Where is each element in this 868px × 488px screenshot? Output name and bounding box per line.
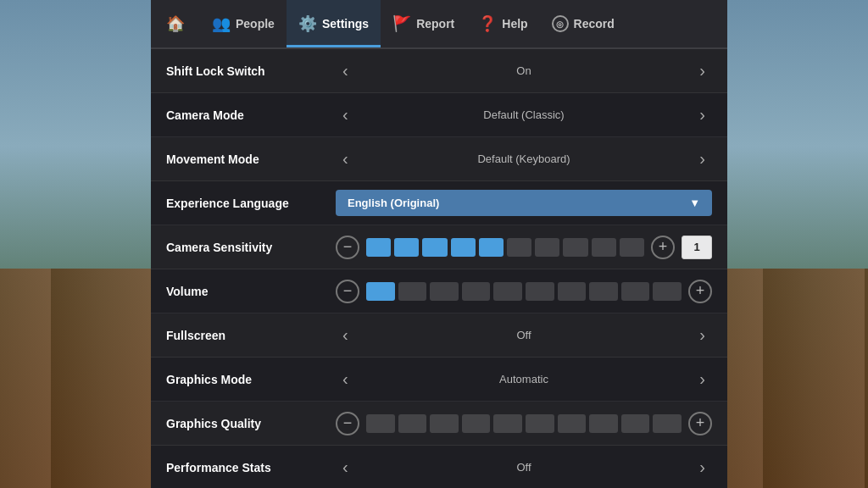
segment-6 [558,414,587,433]
arrow-left-shift-lock-switch[interactable]: ‹ [336,58,355,84]
segment-9 [620,238,644,257]
setting-control-graphics-mode: ‹Automatic› [336,366,712,392]
setting-control-movement-mode: ‹Default (Keyboard)› [336,146,712,172]
segment-0 [366,282,395,301]
tab-people[interactable]: 👥 People [200,0,287,47]
slider-control-volume: −+ [336,280,712,303]
tab-report[interactable]: 🚩 Report [381,0,466,47]
slider-segments-graphics-quality[interactable] [366,414,682,433]
arrow-right-fullscreen[interactable]: › [693,322,712,348]
segment-7 [563,238,587,257]
tab-settings[interactable]: ⚙️ Settings [287,0,381,47]
slider-control-graphics-quality: −+ [336,412,712,435]
setting-row-fullscreen: Fullscreen‹Off› [151,313,727,358]
setting-label-graphics-mode: Graphics Mode [166,373,336,386]
segment-2 [422,238,447,257]
tab-help-label: Help [502,17,527,30]
setting-label-camera-sensitivity: Camera Sensitivity [166,241,336,254]
tab-home[interactable]: 🏠 [151,0,200,47]
tab-people-label: People [236,17,275,30]
arrow-right-graphics-mode[interactable]: › [693,366,712,392]
slider-segments-camera-sensitivity[interactable] [366,238,644,257]
tab-settings-label: Settings [322,17,369,30]
segment-8 [621,282,650,301]
settings-content: Shift Lock Switch‹On›Camera Mode‹Default… [151,49,727,488]
setting-control-camera-sensitivity: −+ [336,236,712,259]
slider-decrease-camera-sensitivity[interactable]: − [336,236,359,259]
arrow-right-movement-mode[interactable]: › [693,146,712,172]
dropdown-arrow-icon-experience-language: ▼ [689,197,700,209]
segment-7 [589,414,618,433]
arrow-left-graphics-mode[interactable]: ‹ [336,366,355,392]
segment-1 [398,282,427,301]
segment-3 [462,282,491,301]
segment-1 [394,238,419,257]
menu-overlay: 🏠 👥 People ⚙️ Settings 🚩 Report ❓ Help ◎… [151,0,727,488]
setting-row-experience-language: Experience LanguageEnglish (Original)▼ [151,181,727,225]
segment-3 [462,414,491,433]
tab-report-label: Report [416,17,454,30]
setting-label-volume: Volume [166,285,336,298]
segment-2 [430,414,459,433]
setting-label-movement-mode: Movement Mode [166,152,336,166]
setting-control-shift-lock-switch: ‹On› [336,58,712,84]
setting-control-fullscreen: ‹Off› [336,322,712,348]
slider-decrease-volume[interactable]: − [336,280,359,303]
segment-5 [526,282,554,301]
slider-increase-camera-sensitivity[interactable]: + [651,236,675,259]
setting-value-fullscreen: Off [362,329,687,341]
slider-segments-volume[interactable] [366,282,682,301]
segment-9 [653,414,682,433]
segment-1 [398,414,427,433]
tab-bar: 🏠 👥 People ⚙️ Settings 🚩 Report ❓ Help ◎… [151,0,727,49]
segment-8 [621,414,650,433]
setting-control-experience-language: English (Original)▼ [336,190,712,216]
segment-2 [430,282,459,301]
segment-8 [592,238,616,257]
arrow-left-fullscreen[interactable]: ‹ [336,322,355,348]
setting-row-graphics-quality: Graphics Quality−+ [151,402,727,446]
tab-help[interactable]: ❓ Help [466,0,539,47]
setting-label-camera-mode: Camera Mode [166,108,336,122]
slider-input-camera-sensitivity[interactable] [682,236,712,259]
arrow-left-movement-mode[interactable]: ‹ [336,146,355,172]
setting-row-shift-lock-switch: Shift Lock Switch‹On› [151,49,727,93]
setting-row-performance-stats: Performance Stats‹Off› [151,446,727,488]
arrow-right-performance-stats[interactable]: › [693,454,712,480]
slider-decrease-graphics-quality[interactable]: − [336,412,359,435]
dropdown-btn-experience-language[interactable]: English (Original)▼ [336,190,712,216]
setting-value-graphics-mode: Automatic [362,373,687,385]
setting-value-performance-stats: Off [362,461,687,474]
dropdown-value-experience-language: English (Original) [348,197,439,209]
record-icon: ◎ [552,15,569,32]
setting-label-shift-lock-switch: Shift Lock Switch [166,64,336,78]
people-icon: 👥 [212,14,231,33]
arrow-right-shift-lock-switch[interactable]: › [693,58,712,84]
setting-value-camera-mode: Default (Classic) [362,108,687,121]
segment-0 [366,414,395,433]
slider-increase-graphics-quality[interactable]: + [688,412,712,435]
segment-4 [493,282,522,301]
slider-increase-volume[interactable]: + [688,280,712,303]
help-icon: ❓ [478,14,497,33]
setting-control-performance-stats: ‹Off› [336,454,712,480]
setting-label-fullscreen: Fullscreen [166,329,336,342]
setting-row-graphics-mode: Graphics Mode‹Automatic› [151,358,727,402]
report-icon: 🚩 [392,14,411,33]
settings-icon: ⚙️ [298,14,317,33]
setting-row-volume: Volume−+ [151,269,727,313]
segment-4 [493,414,522,433]
arrow-left-performance-stats[interactable]: ‹ [336,454,355,480]
tab-record-label: Record [574,17,615,30]
setting-row-camera-mode: Camera Mode‹Default (Classic)› [151,93,727,137]
tab-record[interactable]: ◎ Record [540,0,626,47]
segment-0 [366,238,391,257]
setting-control-graphics-quality: −+ [336,412,712,435]
arrow-right-camera-mode[interactable]: › [693,102,712,128]
arrow-left-camera-mode[interactable]: ‹ [336,102,355,128]
segment-7 [589,282,618,301]
segment-5 [507,238,531,257]
setting-label-experience-language: Experience Language [166,197,336,210]
setting-value-shift-lock-switch: On [362,64,687,77]
setting-control-camera-mode: ‹Default (Classic)› [336,102,712,128]
